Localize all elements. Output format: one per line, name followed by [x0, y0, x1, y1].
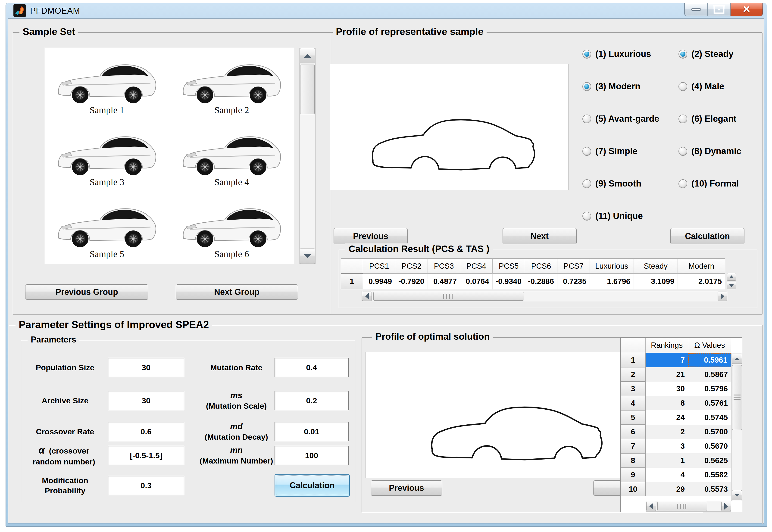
row-spinner-up-button[interactable] [727, 273, 736, 281]
radio-icon[interactable] [679, 179, 687, 188]
radio-option-modern[interactable]: (3) Modern [582, 81, 640, 91]
table-cell[interactable]: 0.7235 [558, 274, 590, 289]
sample-scrollbar[interactable] [299, 48, 315, 264]
radio-option-male[interactable]: (4) Male [679, 81, 724, 91]
omega-cell[interactable]: 0.5670 [688, 439, 731, 453]
omega-cell[interactable]: 0.5761 [688, 396, 731, 410]
sample-item[interactable]: Sample 2 [169, 48, 294, 120]
table-cell[interactable]: -0.9340 [493, 274, 525, 289]
column-header[interactable]: PCS4 [460, 259, 493, 274]
radio-option-steady[interactable]: (2) Steady [679, 49, 734, 59]
row-header[interactable]: 10 [621, 482, 646, 496]
omega-cell[interactable]: 0.5867 [688, 367, 731, 382]
radio-icon[interactable] [582, 50, 591, 59]
table-cell[interactable]: 0.9949 [363, 274, 396, 289]
optimal-previous-button[interactable]: Previous [370, 480, 443, 496]
ranking-vscrollbar[interactable] [731, 353, 742, 501]
previous-group-button[interactable]: Previous Group [25, 284, 148, 300]
ranking-hscrollbar[interactable] [646, 501, 731, 512]
row-spinner-down-button[interactable] [727, 282, 736, 289]
column-header[interactable]: PCS2 [396, 259, 428, 274]
radio-icon[interactable] [679, 50, 687, 59]
close-button[interactable]: ✕ [731, 3, 763, 16]
rank-cell[interactable]: 8 [646, 396, 688, 410]
radio-option-luxurious[interactable]: (1) Luxurious [582, 49, 651, 59]
sample-item[interactable]: Sample 4 [169, 120, 294, 192]
scroll-down-button[interactable] [300, 249, 315, 264]
omega-cell[interactable]: 0.5700 [688, 425, 731, 439]
scroll-thumb[interactable] [373, 292, 524, 301]
column-header[interactable]: PCS3 [428, 259, 460, 274]
omega-cell[interactable]: 0.5582 [688, 468, 731, 482]
rank-cell[interactable]: 24 [646, 410, 688, 425]
radio-option-avant-garde[interactable]: (5) Avant-garde [582, 114, 659, 124]
result-hscrollbar[interactable] [361, 291, 727, 301]
rank-cell[interactable]: 7 [646, 353, 688, 367]
column-header[interactable]: PCS6 [525, 259, 558, 274]
table-cell[interactable]: -0.7920 [396, 274, 428, 289]
sample-item[interactable]: Sample 5 [44, 192, 169, 264]
column-header[interactable]: PCS5 [493, 259, 525, 274]
omega-cell[interactable]: 0.5796 [688, 382, 731, 396]
maximize-button[interactable] [708, 3, 731, 16]
sample-item[interactable]: Sample 1 [44, 48, 169, 120]
rank-cell[interactable]: 3 [646, 439, 688, 453]
scroll-right-button[interactable] [718, 292, 727, 301]
mutation-rate-field[interactable]: 0.4 [274, 358, 348, 377]
radio-option-simple[interactable]: (7) Simple [582, 146, 638, 156]
scroll-left-button[interactable] [362, 292, 372, 301]
scroll-down-button[interactable] [732, 490, 742, 500]
rank-cell[interactable]: 30 [646, 382, 688, 396]
row-header[interactable]: 2 [621, 367, 646, 382]
row-header[interactable]: 3 [621, 382, 646, 396]
archive-size-field[interactable]: 30 [108, 391, 184, 410]
radio-option-smooth[interactable]: (9) Smooth [582, 179, 641, 189]
modification-probability-field[interactable]: 0.3 [108, 476, 184, 495]
radio-icon[interactable] [582, 82, 591, 91]
radio-option-dynamic[interactable]: (8) Dynamic [679, 146, 741, 156]
row-header[interactable]: 1 [341, 274, 363, 289]
table-cell[interactable]: -0.2886 [525, 274, 558, 289]
radio-option-elegant[interactable]: (6) Elegant [679, 114, 736, 124]
sample-item[interactable]: Sample 3 [44, 120, 169, 192]
column-header-rankings[interactable]: Rankings [646, 338, 688, 353]
scroll-thumb[interactable] [657, 502, 707, 511]
row-header[interactable]: 7 [621, 439, 646, 453]
radio-icon[interactable] [679, 115, 687, 123]
scroll-up-button[interactable] [300, 48, 315, 63]
scroll-left-button[interactable] [646, 502, 656, 511]
radio-icon[interactable] [582, 115, 591, 123]
table-cell[interactable]: 0.0764 [460, 274, 493, 289]
column-header[interactable]: Steady [634, 259, 678, 274]
parameters-calculation-button[interactable]: Calculation [274, 474, 350, 497]
table-cell[interactable]: 3.1099 [634, 274, 678, 289]
radio-option-unique[interactable]: (11) Unique [582, 211, 643, 221]
omega-cell[interactable]: 0.5961 [688, 353, 731, 367]
sample-item[interactable]: Sample 6 [169, 192, 294, 264]
minimize-button[interactable] [685, 3, 708, 16]
omega-cell[interactable]: 0.5745 [688, 410, 731, 425]
radio-option-formal[interactable]: (10) Formal [679, 179, 739, 189]
scroll-thumb[interactable] [732, 365, 742, 430]
table-cell[interactable]: 2.0175 [678, 274, 725, 289]
ranking-table[interactable]: Rankings Ω Values 1 7 0.5961 2 21 0.5867… [620, 337, 742, 512]
column-header[interactable]: PCS7 [558, 259, 590, 274]
alpha-field[interactable]: [-0.5-1.5] [108, 446, 184, 465]
rank-cell[interactable]: 1 [646, 453, 688, 468]
column-header-omega[interactable]: Ω Values [688, 338, 731, 353]
row-header[interactable]: 9 [621, 468, 646, 482]
maximum-number-field[interactable]: 100 [274, 446, 348, 465]
row-header[interactable]: 8 [621, 453, 646, 468]
row-header[interactable]: 4 [621, 396, 646, 410]
omega-cell[interactable]: 0.5573 [688, 482, 731, 496]
radio-icon[interactable] [582, 212, 591, 221]
next-group-button[interactable]: Next Group [176, 284, 298, 300]
scroll-thumb[interactable] [300, 65, 314, 114]
rank-cell[interactable]: 21 [646, 367, 688, 382]
column-header[interactable]: Modern [678, 259, 725, 274]
column-header[interactable]: PCS1 [363, 259, 396, 274]
mutation-scale-field[interactable]: 0.2 [274, 391, 348, 410]
omega-cell[interactable]: 0.5625 [688, 453, 731, 468]
radio-icon[interactable] [679, 82, 687, 91]
radio-icon[interactable] [679, 147, 687, 156]
